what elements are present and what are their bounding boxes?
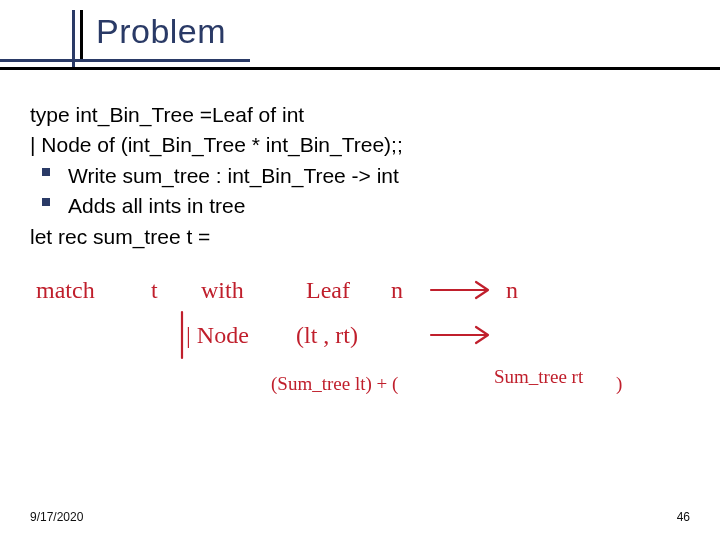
hw-sumtree-rt: Sum_tree rt	[494, 366, 584, 387]
hw-n1: n	[391, 277, 403, 303]
bullet-item-1: Write sum_tree : int_Bin_Tree -> int	[30, 161, 690, 191]
bullet-text-1: Write sum_tree : int_Bin_Tree -> int	[68, 164, 399, 187]
decor-line-vert-right	[80, 10, 83, 59]
square-bullet-icon	[42, 168, 50, 176]
hw-t: t	[151, 277, 158, 303]
footer-date: 9/17/2020	[30, 510, 83, 524]
decor-line-top	[0, 59, 250, 62]
hw-with: with	[201, 277, 244, 303]
bullet-text-2: Adds all ints in tree	[68, 194, 245, 217]
hw-match: match	[36, 277, 95, 303]
hw-node: | Node	[186, 322, 249, 348]
decor-line-vert-left	[72, 10, 75, 67]
footer-page-number: 46	[677, 510, 690, 524]
code-line-3: let rec sum_tree t =	[30, 222, 690, 252]
code-line-1: type int_Bin_Tree =Leaf of int	[30, 100, 690, 130]
bullet-item-2: Adds all ints in tree	[30, 191, 690, 221]
handwritten-annotation: match t with Leaf n n | Node (lt , rt) (…	[36, 268, 696, 472]
hw-ltrt: (lt , rt)	[296, 322, 358, 348]
slide-title: Problem	[96, 12, 226, 51]
square-bullet-icon	[42, 198, 50, 206]
hw-n2: n	[506, 277, 518, 303]
decor-line-bottom	[0, 67, 720, 70]
body-text: type int_Bin_Tree =Leaf of int | Node of…	[30, 100, 690, 252]
hw-leaf: Leaf	[306, 277, 350, 303]
hw-close-paren: )	[616, 373, 622, 395]
hw-sumtree-lt: (Sum_tree lt) + (	[271, 373, 398, 395]
title-bar: Problem	[0, 10, 720, 70]
code-line-2: | Node of (int_Bin_Tree * int_Bin_Tree);…	[30, 130, 690, 160]
